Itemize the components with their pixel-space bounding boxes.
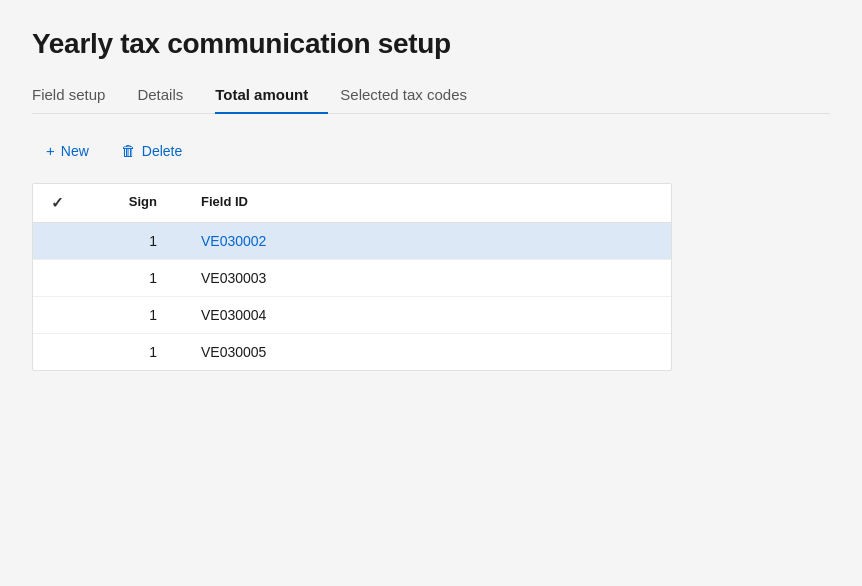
row-field-id: VE030002 [181, 233, 671, 249]
row-field-id: VE030005 [181, 344, 671, 360]
tab-selected-tax-codes[interactable]: Selected tax codes [340, 78, 487, 113]
trash-icon: 🗑 [121, 142, 136, 159]
delete-button[interactable]: 🗑 Delete [107, 136, 196, 165]
col-header-check: ✓ [33, 194, 81, 212]
col-header-sign: Sign [81, 194, 181, 212]
table-header: ✓ Sign Field ID [33, 184, 671, 223]
row-field-id: VE030003 [181, 270, 671, 286]
new-button[interactable]: + New [32, 136, 103, 165]
table-row[interactable]: 1 VE030004 [33, 297, 671, 334]
row-sign: 1 [81, 233, 181, 249]
page-title: Yearly tax communication setup [32, 28, 830, 60]
tab-details[interactable]: Details [137, 78, 203, 113]
tab-bar: Field setup Details Total amount Selecte… [32, 78, 830, 114]
table-row[interactable]: 1 VE030003 [33, 260, 671, 297]
row-sign: 1 [81, 307, 181, 323]
row-field-id: VE030004 [181, 307, 671, 323]
plus-icon: + [46, 142, 55, 159]
col-header-field-id: Field ID [181, 194, 671, 212]
row-sign: 1 [81, 344, 181, 360]
page-container: Yearly tax communication setup Field set… [0, 0, 862, 586]
tab-total-amount[interactable]: Total amount [215, 78, 328, 113]
table-row[interactable]: 1 VE030002 [33, 223, 671, 260]
table-row[interactable]: 1 VE030005 [33, 334, 671, 370]
toolbar: + New 🗑 Delete [32, 136, 830, 165]
tab-field-setup[interactable]: Field setup [32, 78, 125, 113]
data-table: ✓ Sign Field ID 1 VE030002 1 VE030003 1 … [32, 183, 672, 371]
row-sign: 1 [81, 270, 181, 286]
